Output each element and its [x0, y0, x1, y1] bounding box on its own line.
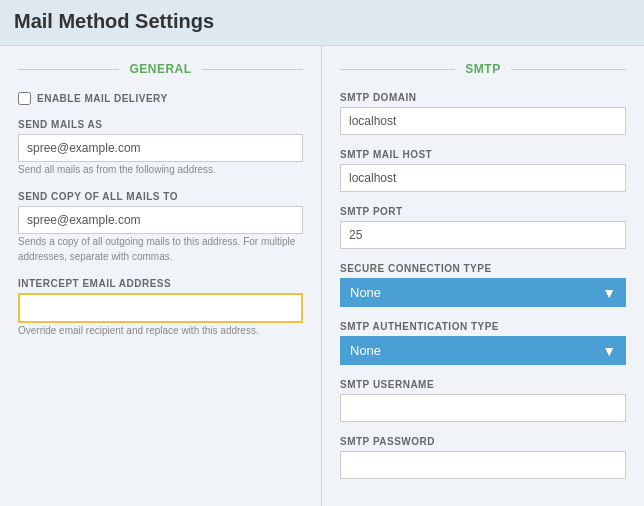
- general-section-label: GENERAL: [129, 62, 191, 76]
- secure-connection-group: SECURE CONNECTION TYPE NoneSSLTLSSTARTTL…: [340, 263, 626, 307]
- auth-type-wrapper: NonePlainLoginCRAM-MD5 ▼: [340, 336, 626, 365]
- smtp-port-input[interactable]: [340, 221, 626, 249]
- smtp-section-divider: SMTP: [340, 62, 626, 76]
- intercept-email-group: INTERCEPT EMAIL ADDRESS Override email r…: [18, 278, 303, 338]
- auth-type-select[interactable]: NonePlainLoginCRAM-MD5: [340, 336, 626, 365]
- intercept-email-hint: Override email recipient and replace wit…: [18, 325, 259, 336]
- intercept-email-label: INTERCEPT EMAIL ADDRESS: [18, 278, 303, 289]
- smtp-username-label: SMTP USERNAME: [340, 379, 626, 390]
- send-mails-as-label: SEND MAILS AS: [18, 119, 303, 130]
- enable-mail-checkbox[interactable]: [18, 92, 31, 105]
- enable-mail-label[interactable]: ENABLE MAIL DELIVERY: [37, 93, 168, 104]
- secure-connection-select[interactable]: NoneSSLTLSSTARTTLS: [340, 278, 626, 307]
- send-mails-as-input[interactable]: [18, 134, 303, 162]
- smtp-section-label: SMTP: [465, 62, 500, 76]
- smtp-password-input[interactable]: [340, 451, 626, 479]
- smtp-domain-group: SMTP DOMAIN: [340, 92, 626, 135]
- smtp-username-input[interactable]: [340, 394, 626, 422]
- secure-connection-wrapper: NoneSSLTLSSTARTTLS ▼: [340, 278, 626, 307]
- smtp-username-group: SMTP USERNAME: [340, 379, 626, 422]
- smtp-mail-host-group: SMTP MAIL HOST: [340, 149, 626, 192]
- smtp-panel: SMTP SMTP DOMAIN SMTP MAIL HOST SMTP POR…: [322, 46, 644, 506]
- smtp-port-label: SMTP PORT: [340, 206, 626, 217]
- smtp-port-group: SMTP PORT: [340, 206, 626, 249]
- page-wrapper: Mail Method Settings GENERAL ENABLE MAIL…: [0, 0, 644, 506]
- general-section-divider: GENERAL: [18, 62, 303, 76]
- content-area: GENERAL ENABLE MAIL DELIVERY SEND MAILS …: [0, 46, 644, 506]
- smtp-password-group: SMTP PASSWORD: [340, 436, 626, 479]
- enable-mail-group: ENABLE MAIL DELIVERY: [18, 92, 303, 105]
- general-panel: GENERAL ENABLE MAIL DELIVERY SEND MAILS …: [0, 46, 322, 506]
- send-copy-group: SEND COPY OF ALL MAILS TO Sends a copy o…: [18, 191, 303, 264]
- send-copy-label: SEND COPY OF ALL MAILS TO: [18, 191, 303, 202]
- send-copy-input[interactable]: [18, 206, 303, 234]
- auth-type-group: SMTP AUTHENTICATION TYPE NonePlainLoginC…: [340, 321, 626, 365]
- send-copy-hint: Sends a copy of all outgoing mails to th…: [18, 236, 295, 262]
- smtp-domain-input[interactable]: [340, 107, 626, 135]
- auth-type-label: SMTP AUTHENTICATION TYPE: [340, 321, 626, 332]
- send-mails-as-hint: Send all mails as from the following add…: [18, 164, 216, 175]
- smtp-domain-label: SMTP DOMAIN: [340, 92, 626, 103]
- page-title: Mail Method Settings: [14, 10, 630, 33]
- smtp-password-label: SMTP PASSWORD: [340, 436, 626, 447]
- page-header: Mail Method Settings: [0, 0, 644, 46]
- smtp-mail-host-input[interactable]: [340, 164, 626, 192]
- secure-connection-label: SECURE CONNECTION TYPE: [340, 263, 626, 274]
- smtp-mail-host-label: SMTP MAIL HOST: [340, 149, 626, 160]
- send-mails-as-group: SEND MAILS AS Send all mails as from the…: [18, 119, 303, 177]
- intercept-email-input[interactable]: [18, 293, 303, 323]
